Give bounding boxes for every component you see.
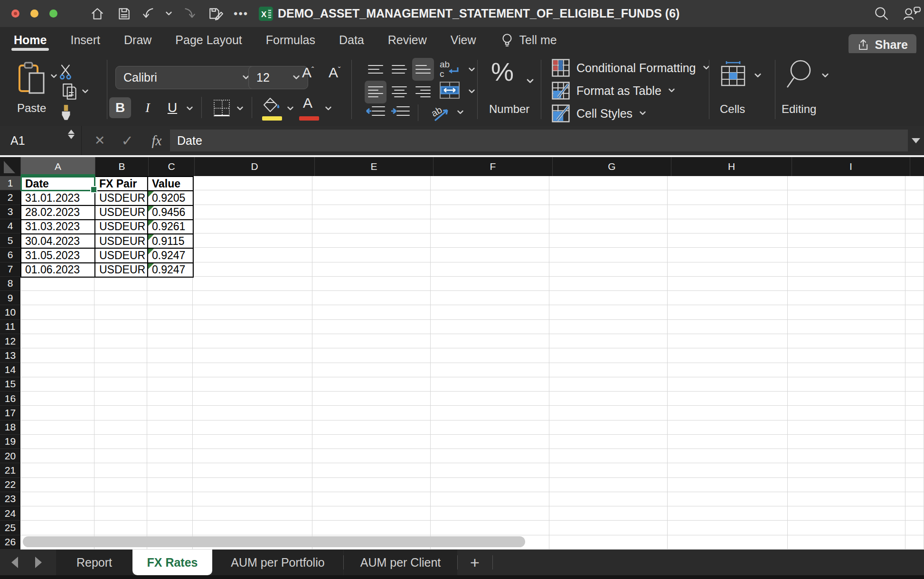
- undo-icon[interactable]: [141, 7, 157, 21]
- column-header-partial[interactable]: [910, 157, 924, 176]
- increase-indent-icon[interactable]: [390, 104, 410, 120]
- underline-button[interactable]: U: [161, 97, 183, 118]
- cells-area[interactable]: DateFX PairValue31.01.2023USDEUR0.920528…: [20, 176, 924, 550]
- tab-page-layout[interactable]: Page Layout: [163, 27, 254, 53]
- column-header-B[interactable]: B: [95, 157, 149, 176]
- row-header-4[interactable]: 4: [0, 219, 20, 233]
- cells-icon[interactable]: [719, 61, 747, 87]
- next-sheet-icon[interactable]: [35, 557, 42, 568]
- redo-icon[interactable]: [181, 7, 197, 21]
- column-header-H[interactable]: H: [671, 157, 792, 176]
- tab-formulas[interactable]: Formulas: [254, 27, 327, 53]
- zoom-window-button[interactable]: [49, 9, 57, 18]
- home-icon[interactable]: [90, 7, 104, 21]
- share-button[interactable]: Share: [849, 34, 916, 55]
- tab-view[interactable]: View: [439, 27, 488, 53]
- paste-menu-chevron-icon[interactable]: [50, 74, 57, 79]
- tab-review[interactable]: Review: [376, 27, 439, 53]
- select-all-corner[interactable]: [0, 157, 21, 176]
- align-right-button[interactable]: [412, 83, 434, 102]
- cell-C5[interactable]: 0.9115: [148, 234, 194, 249]
- cell-B2[interactable]: USDEUR: [95, 191, 148, 205]
- row-header-21[interactable]: 21: [0, 463, 20, 477]
- orientation-chevron-icon[interactable]: [457, 110, 464, 115]
- align-top-button[interactable]: [365, 61, 387, 80]
- row-header-18[interactable]: 18: [0, 420, 20, 435]
- bold-button[interactable]: B: [109, 97, 131, 118]
- borders-menu-chevron-icon[interactable]: [236, 106, 244, 111]
- align-left-button[interactable]: [365, 81, 387, 103]
- cell-C7[interactable]: 0.9247: [148, 263, 194, 278]
- row-header-11[interactable]: 11: [0, 320, 20, 334]
- row-header-9[interactable]: 9: [0, 291, 20, 305]
- cell-B6[interactable]: USDEUR: [95, 249, 148, 263]
- confirm-entry-button[interactable]: ✓: [118, 126, 137, 155]
- percent-style-button[interactable]: %: [491, 57, 514, 86]
- font-name-select[interactable]: Calibri: [115, 66, 258, 89]
- row-header-13[interactable]: 13: [0, 348, 20, 363]
- font-size-select[interactable]: 12: [248, 66, 308, 89]
- borders-icon[interactable]: [214, 100, 230, 116]
- row-header-23[interactable]: 23: [0, 492, 20, 506]
- row-header-2[interactable]: 2: [0, 190, 20, 205]
- formula-input[interactable]: Date: [170, 130, 908, 151]
- row-header-6[interactable]: 6: [0, 248, 20, 262]
- previous-sheet-icon[interactable]: [11, 557, 18, 568]
- align-middle-button[interactable]: [388, 61, 410, 80]
- align-bottom-button[interactable]: [412, 58, 434, 81]
- font-color-chevron-icon[interactable]: [325, 106, 332, 111]
- cell-B3[interactable]: USDEUR: [95, 206, 148, 220]
- search-icon[interactable]: [874, 6, 889, 21]
- row-header-8[interactable]: 8: [0, 277, 20, 291]
- formula-bar-expand-icon[interactable]: [912, 138, 920, 143]
- save-as-icon[interactable]: [208, 7, 223, 21]
- row-header-5[interactable]: 5: [0, 233, 20, 248]
- row-header-19[interactable]: 19: [0, 435, 20, 449]
- column-header-C[interactable]: C: [149, 157, 195, 176]
- insert-function-button[interactable]: fx: [146, 126, 167, 155]
- cell-B7[interactable]: USDEUR: [95, 263, 148, 278]
- close-window-button[interactable]: [11, 9, 19, 18]
- name-box-spinner[interactable]: [68, 130, 75, 139]
- sheet-tab-fx-rates[interactable]: FX Rates: [132, 550, 212, 575]
- row-header-24[interactable]: 24: [0, 506, 20, 521]
- cancel-entry-button[interactable]: ✕: [90, 126, 109, 155]
- wrap-text-icon[interactable]: ab c: [439, 60, 461, 79]
- format-painter-icon[interactable]: [59, 104, 73, 121]
- sheet-tab-report[interactable]: Report: [56, 550, 132, 575]
- sheet-tab-aum-per-portfolio[interactable]: AUM per Portfolio: [212, 550, 343, 575]
- row-header-12[interactable]: 12: [0, 334, 20, 348]
- cell-C6[interactable]: 0.9247: [148, 249, 194, 263]
- fill-color-chevron-icon[interactable]: [287, 106, 294, 111]
- column-header-A[interactable]: A: [21, 157, 95, 176]
- cell-A7[interactable]: 01.06.2023: [21, 263, 95, 278]
- tell-me-control[interactable]: Tell me: [501, 33, 556, 48]
- add-sheet-button[interactable]: +: [458, 550, 492, 575]
- merge-center-chevron-icon[interactable]: [468, 89, 475, 94]
- copy-menu-chevron-icon[interactable]: [82, 89, 89, 94]
- align-center-button[interactable]: [388, 83, 410, 102]
- column-header-I[interactable]: I: [792, 157, 910, 176]
- paste-button[interactable]: [18, 62, 47, 95]
- column-header-F[interactable]: F: [434, 157, 553, 176]
- name-box[interactable]: A1: [0, 126, 82, 155]
- row-header-15[interactable]: 15: [0, 377, 20, 392]
- cell-C4[interactable]: 0.9261: [148, 220, 194, 234]
- fill-color-icon[interactable]: [262, 97, 282, 113]
- row-header-26[interactable]: 26: [0, 535, 20, 550]
- editing-chevron-icon[interactable]: [821, 73, 829, 78]
- row-header-17[interactable]: 17: [0, 406, 20, 420]
- undo-menu-chevron-icon[interactable]: [165, 11, 172, 16]
- row-header-10[interactable]: 10: [0, 305, 20, 319]
- row-header-22[interactable]: 22: [0, 478, 20, 492]
- row-header-7[interactable]: 7: [0, 262, 20, 277]
- tab-home[interactable]: Home: [2, 27, 58, 53]
- conditional-formatting-button[interactable]: Conditional Formatting: [552, 59, 710, 77]
- more-commands-icon[interactable]: •••: [234, 7, 248, 20]
- row-header-1[interactable]: 1: [0, 176, 20, 190]
- cell-B5[interactable]: USDEUR: [95, 234, 148, 249]
- horizontal-scrollbar[interactable]: [23, 536, 525, 547]
- cell-B1[interactable]: FX Pair: [95, 177, 148, 191]
- font-color-icon[interactable]: A: [303, 95, 312, 111]
- cell-C3[interactable]: 0.9456: [148, 206, 194, 220]
